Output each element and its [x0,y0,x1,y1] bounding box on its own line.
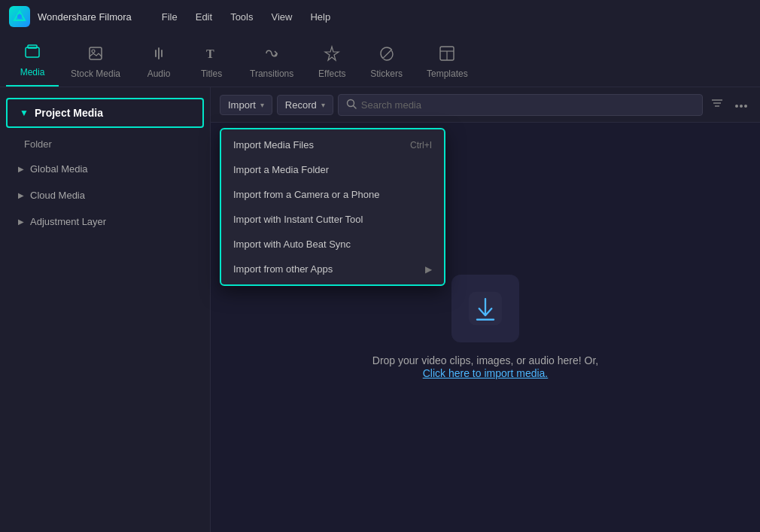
tab-titles-label: Titles [201,68,222,79]
import-instant-cutter-item[interactable]: Import with Instant Cutter Tool [221,207,444,232]
titles-icon: T [203,45,220,65]
svg-rect-2 [26,47,39,57]
menu-bar: File Edit Tools View Help [154,8,338,26]
svg-point-18 [744,105,747,108]
record-button[interactable]: Record ▾ [277,95,333,115]
drop-main-text: Drop your video clips, images, or audio … [372,354,598,380]
sidebar-item-cloud-media[interactable]: ▶ Cloud Media [0,182,210,208]
import-other-apps-label: Import from other Apps [233,263,333,275]
import-media-files-label: Import Media Files [233,139,314,150]
media-icon [24,44,41,64]
svg-rect-3 [28,45,37,48]
global-media-arrow: ▶ [18,165,24,173]
effects-icon [324,45,340,65]
sidebar: ▼ Project Media Folder ▶ Global Media ▶ … [0,87,211,532]
tab-audio-label: Audio [147,68,171,79]
app-logo [9,6,30,27]
more-options-button[interactable] [731,95,751,114]
sidebar-project-media[interactable]: ▼ Project Media [6,98,204,128]
menu-file[interactable]: File [154,8,185,26]
search-bar[interactable]: Search media [338,94,703,116]
record-caret-icon: ▾ [321,101,325,109]
tab-transitions-label: Transitions [250,68,293,79]
import-caret-icon: ▾ [260,101,264,109]
svg-point-1 [17,14,22,19]
svg-rect-4 [90,47,102,59]
import-media-files-item[interactable]: Import Media Files Ctrl+I [221,132,444,157]
import-instant-cutter-label: Import with Instant Cutter Tool [233,214,363,225]
tab-media-label: Media [20,67,45,78]
content-area: Import ▾ Record ▾ Search media [211,87,760,532]
import-camera-phone-item[interactable]: Import from a Camera or a Phone [221,182,444,207]
import-media-folder-item[interactable]: Import a Media Folder [221,157,444,182]
drop-text: Drop your video clips, images, or audio … [372,354,598,366]
tab-stock-media[interactable]: Stock Media [59,39,132,87]
svg-text:T: T [206,47,214,60]
filter-button[interactable] [707,93,727,116]
menu-edit[interactable]: Edit [188,8,220,26]
cloud-media-arrow: ▶ [18,191,24,199]
svg-line-12 [353,105,356,108]
transitions-icon [263,45,280,65]
import-auto-beat-sync-item[interactable]: Import with Auto Beat Sync [221,232,444,257]
svg-point-16 [735,105,738,108]
project-media-label: Project Media [35,107,103,119]
tab-effects[interactable]: Effects [306,39,358,87]
tab-stock-media-label: Stock Media [71,68,120,79]
project-media-arrow: ▼ [20,108,29,118]
stock-media-icon [87,45,104,65]
search-placeholder: Search media [361,99,421,111]
cloud-media-label: Cloud Media [30,190,85,201]
svg-marker-7 [325,47,339,60]
tab-templates-label: Templates [427,68,468,79]
tab-stickers[interactable]: Stickers [358,39,415,87]
import-other-apps-item[interactable]: Import from other Apps ▶ [221,257,444,281]
record-label: Record [285,99,317,111]
import-media-folder-label: Import a Media Folder [233,164,329,175]
app-name: Wondershare Filmora [38,11,132,23]
tab-stickers-label: Stickers [370,68,403,79]
search-icon [346,99,357,111]
menu-view[interactable]: View [263,8,299,26]
sidebar-folder[interactable]: Folder [0,132,210,156]
global-media-label: Global Media [30,163,88,175]
tab-templates[interactable]: Templates [415,39,480,87]
import-dropdown-menu: Import Media Files Ctrl+I Import a Media… [220,128,445,286]
import-camera-phone-label: Import from a Camera or a Phone [233,189,379,200]
import-label: Import [228,99,256,111]
import-auto-beat-sync-label: Import with Auto Beat Sync [233,239,351,250]
sidebar-item-global-media[interactable]: ▶ Global Media [0,156,210,182]
tab-media[interactable]: Media [6,38,59,87]
main-layout: ▼ Project Media Folder ▶ Global Media ▶ … [0,87,760,532]
tab-transitions[interactable]: Transitions [238,39,306,87]
tab-effects-label: Effects [318,68,345,79]
stickers-icon [378,45,395,65]
tab-audio[interactable]: Audio [132,39,185,87]
svg-point-17 [740,105,743,108]
download-icon [467,290,503,327]
content-toolbar: Import ▾ Record ▾ Search media [211,87,760,123]
adjustment-layer-label: Adjustment Layer [30,216,106,227]
menu-tools[interactable]: Tools [223,8,260,26]
import-link[interactable]: Click here to import media. [423,367,549,379]
adjustment-layer-arrow: ▶ [18,217,24,226]
import-media-files-shortcut: Ctrl+I [410,140,432,150]
title-bar: Wondershare Filmora File Edit Tools View… [0,0,760,33]
templates-icon [439,45,455,65]
submenu-arrow-icon: ▶ [425,264,432,275]
menu-help[interactable]: Help [302,8,338,26]
drop-icon-box [451,275,519,342]
audio-icon [150,45,167,65]
sidebar-item-adjustment-layer[interactable]: ▶ Adjustment Layer [0,208,210,235]
svg-point-5 [92,50,95,53]
tab-titles[interactable]: T Titles [185,39,238,87]
nav-tabs: Media Stock Media Audio T Titles [0,33,760,87]
import-button[interactable]: Import ▾ [220,95,272,115]
